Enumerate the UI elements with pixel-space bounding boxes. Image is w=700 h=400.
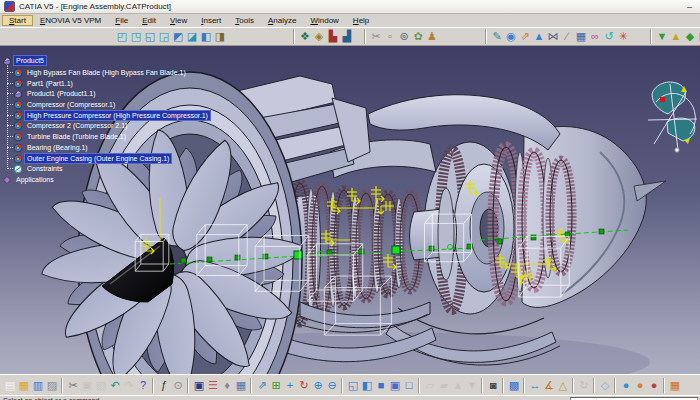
sphere-tool-blue-icon[interactable]: ● <box>619 378 633 393</box>
constraints-icon <box>13 164 23 174</box>
reduce-icon[interactable]: ▼ <box>465 378 479 393</box>
scale-measure-icon[interactable]: ⋈ <box>546 29 560 44</box>
tree-item-high-bypass-fan-blade[interactable]: High Bypass Fan Blade (High Bypass Fan B… <box>13 68 188 77</box>
enovia-search-icon[interactable]: ◈ <box>312 29 326 44</box>
update-cycle-icon[interactable]: ↺ <box>602 29 616 44</box>
menu-edit[interactable]: Edit <box>135 15 163 26</box>
menu-tools[interactable]: Tools <box>228 15 261 26</box>
manikin-icon[interactable]: ♟ <box>425 29 439 44</box>
generate-numbering-icon[interactable]: ◨ <box>213 29 227 44</box>
new-product-icon[interactable]: ◳ <box>129 29 143 44</box>
magnify-icon[interactable]: ▲ <box>451 378 465 393</box>
tree-item-high-pressure-compressor[interactable]: High Pressure Compressor (High Pressure … <box>13 111 210 120</box>
tree-root-product[interactable]: Product5 <box>2 56 46 65</box>
sketch-pen-icon[interactable]: ✎ <box>490 29 504 44</box>
pan-icon[interactable]: + <box>283 378 297 393</box>
save-icon[interactable]: ▥ <box>31 378 45 393</box>
swap-visible-space-icon[interactable]: ▰ <box>437 378 451 393</box>
tree-item-applications[interactable]: Applications <box>2 175 56 184</box>
new-component-icon[interactable]: ◰ <box>115 29 129 44</box>
import-data-icon[interactable]: ▼ <box>655 29 669 44</box>
link-manager-icon[interactable]: ∞ <box>588 29 602 44</box>
snap-icon[interactable]: ▫ <box>383 29 397 44</box>
new-part-icon[interactable]: ◱ <box>143 29 157 44</box>
isometric-view-icon[interactable]: ◧ <box>360 378 374 393</box>
selection-trap-icon[interactable]: ✂ <box>369 29 383 44</box>
options-star-icon[interactable]: ✳ <box>616 29 630 44</box>
redo-icon[interactable]: ↷ <box>122 378 136 393</box>
fly-through-icon[interactable]: ⇗ <box>255 378 269 393</box>
cut-icon[interactable]: ✂ <box>66 378 80 393</box>
open-document-icon[interactable]: ▦ <box>17 378 31 393</box>
tree-item-part1[interactable]: Part1 (Part1.1) <box>13 79 75 88</box>
fit-all-in-icon[interactable]: ⊞ <box>269 378 283 393</box>
update-assembly-icon[interactable]: ↻ <box>577 378 591 393</box>
engine-3d-model[interactable] <box>0 46 700 374</box>
notebook-icon[interactable]: ▦ <box>574 29 588 44</box>
tree-item-turbine-blade[interactable]: Turbine Blade (Turbine Blade.1) <box>13 132 128 141</box>
minimize-button[interactable]: – <box>683 2 696 12</box>
lock-icon[interactable]: ♦ <box>220 378 234 393</box>
export-data-icon[interactable]: ▲ <box>669 29 683 44</box>
menu-insert[interactable]: Insert <box>194 15 228 26</box>
menu-window[interactable]: Window <box>303 15 345 26</box>
world-icon[interactable]: ◉ <box>504 29 518 44</box>
measure-item-icon[interactable]: ∡ <box>542 378 556 393</box>
tree-item-bearing[interactable]: Bearing (Bearing.1) <box>13 143 90 152</box>
replace-component-icon[interactable]: ◪ <box>185 29 199 44</box>
new-document-icon[interactable]: ▤ <box>3 378 17 393</box>
sphere-tool-orange-icon[interactable]: ● <box>633 378 647 393</box>
tree-item-compressor[interactable]: Compressor (Compressor.1) <box>13 100 117 109</box>
shaded-view-icon[interactable]: ■ <box>374 378 388 393</box>
tree-item-compressor-2[interactable]: Compressor 2 (Compressor 2.1) <box>13 121 129 130</box>
3d-viewport[interactable]: Product5 High Bypass Fan Blade (High Byp… <box>0 46 700 374</box>
hide-show-icon[interactable]: ▱ <box>423 378 437 393</box>
measure-inertia-icon[interactable]: △ <box>556 378 570 393</box>
fly-mode-icon[interactable]: ⇗ <box>518 29 532 44</box>
tree-item-product1[interactable]: Product1 (Product1.1) <box>13 89 97 98</box>
copy-icon[interactable]: ▣ <box>80 378 94 393</box>
wireframe-view-icon[interactable]: □ <box>402 378 416 393</box>
comment-bubble-icon[interactable]: ⊙ <box>171 378 185 393</box>
render-tools-icon[interactable]: ▩ <box>507 378 521 393</box>
zoom-out-icon[interactable]: ⊖ <box>325 378 339 393</box>
menu-view[interactable]: View <box>163 15 194 26</box>
formula-icon[interactable]: ƒ <box>157 378 171 393</box>
menu-start[interactable]: Start <box>2 15 33 26</box>
tree-item-constraints[interactable]: Constraints <box>13 164 64 173</box>
module-box-icon[interactable]: ▦ <box>234 378 248 393</box>
magnifier-icon[interactable]: ⊚ <box>397 29 411 44</box>
sphere-tool-red-icon[interactable]: ● <box>647 378 661 393</box>
print-icon[interactable]: ▨ <box>45 378 59 393</box>
tree-item-outer-engine-casing[interactable]: Outer Engine Casing (Outer Engine Casing… <box>13 154 171 163</box>
paste-icon[interactable]: ▧ <box>94 378 108 393</box>
whats-this-help-icon[interactable]: ? <box>136 378 150 393</box>
grid-options-icon[interactable]: ▦ <box>668 378 682 393</box>
existing-component-icon[interactable]: ◲ <box>157 29 171 44</box>
shaded-edges-view-icon[interactable]: ▣ <box>388 378 402 393</box>
window-title: CATIA V5 - [Engine Assembly.CATProduct] <box>19 2 683 11</box>
enovia-save-icon[interactable]: ❖ <box>298 29 312 44</box>
menu-enovia-v5-vpm[interactable]: ENOVIA V5 VPM <box>33 15 108 26</box>
graph-tree-reorder-icon[interactable]: ◧ <box>199 29 213 44</box>
work-package-load-icon[interactable]: ▙ <box>326 29 340 44</box>
screen-view-icon[interactable]: ▣ <box>192 378 206 393</box>
menu-analyze[interactable]: Analyze <box>261 15 303 26</box>
measure-between-icon[interactable]: ↔ <box>528 378 542 393</box>
leaf-filter-icon[interactable]: ✿ <box>411 29 425 44</box>
attach-clip-icon[interactable]: ∕ <box>560 29 574 44</box>
undo-icon[interactable]: ↶ <box>108 378 122 393</box>
existing-component-positioned-icon[interactable]: ◩ <box>171 29 185 44</box>
rotate-icon[interactable]: ↻ <box>297 378 311 393</box>
zoom-in-icon[interactable]: ⊕ <box>311 378 325 393</box>
normal-view-icon[interactable]: ◱ <box>346 378 360 393</box>
structure-graph-icon[interactable]: ☰ <box>206 378 220 393</box>
camera-capture-icon[interactable]: ◙ <box>486 378 500 393</box>
sync-data-icon[interactable]: ◆ <box>683 29 697 44</box>
pyramid-icon[interactable]: ▲ <box>532 29 546 44</box>
menu-file[interactable]: File <box>108 15 135 26</box>
3d-compass-tool-icon[interactable]: ◇ <box>598 378 612 393</box>
catia-app-icon <box>4 1 15 12</box>
work-package-save-icon[interactable]: ▟ <box>340 29 354 44</box>
menu-help[interactable]: Help <box>346 15 376 26</box>
